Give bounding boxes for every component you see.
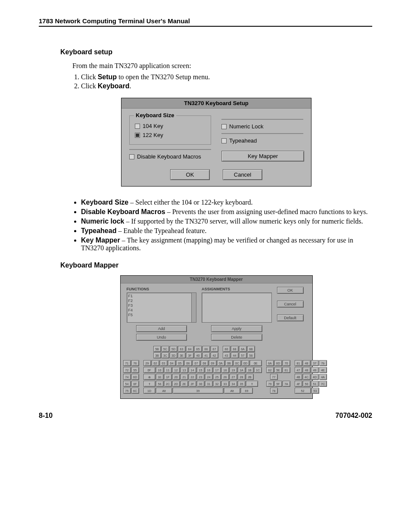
ok-button[interactable]: OK [277,287,304,294]
keyboard-key[interactable]: 23 [197,374,205,380]
keyboard-key[interactable]: 74 [123,374,131,380]
default-button[interactable]: Default [277,314,304,321]
keyboard-key[interactable]: 4C [303,374,311,380]
keyboard-key[interactable]: 7b [319,360,327,366]
keyboard-key[interactable]: Alt [156,388,172,394]
list-item[interactable]: F5 [128,313,195,317]
keyboard-key[interactable]: 5F [274,381,282,387]
keyboard-key[interactable]: 37 [311,360,319,366]
keyboard-key[interactable]: 68 [231,346,239,352]
checkbox-typeahead[interactable]: Typeahead [221,137,303,144]
keyboard-key[interactable]: 48 [303,367,311,373]
keyboard-key[interactable]: 33 [221,381,229,387]
keyboard-key[interactable]: 26 [221,374,229,380]
list-item[interactable]: F2 [128,299,195,303]
keyboard-key[interactable]: 61 [283,367,290,373]
keyboard-key[interactable]: 11 [164,367,172,373]
keyboard-key[interactable]: 72 [123,367,131,373]
keyboard-key[interactable]: 2D [172,381,180,387]
keyboard-key[interactable]: 1D [143,388,156,394]
keyboard-key[interactable]: 47 [295,367,302,373]
keyboard-key[interactable]: 2B [246,374,254,380]
keyboard-key[interactable]: 69 [241,388,253,394]
keyboard-key[interactable]: 3E [178,352,186,358]
key-mapper-button[interactable]: Key Mapper [221,151,304,162]
keyboard-key[interactable]: 58 [247,352,255,358]
keyboard-key[interactable]: 5C [162,346,169,352]
keyboard-key[interactable]: 30 [197,381,205,387]
keyboard-key[interactable]: 81 [295,360,302,366]
keyboard-key[interactable]: 5B [153,346,161,352]
keyboard-key[interactable]: 71 [123,360,131,366]
keyboard-key[interactable]: 06 [184,360,192,366]
keyboard-key[interactable]: 22 [189,374,196,380]
keyboard-key[interactable]: 4B [295,374,302,380]
keyboard-key[interactable]: 75 [123,388,131,394]
keyboard-key[interactable]: 39 [173,388,224,394]
keyboard-key[interactable]: 1E [156,374,164,380]
checkbox-numeric-lock[interactable]: Numeric Lock [221,123,303,130]
delete-button[interactable]: Delete [211,334,262,341]
keyboard-key[interactable]: 4D [311,374,319,380]
keyboard-key[interactable]: 13 [181,367,188,373]
keyboard-key[interactable]: 0C [234,360,241,366]
keyboard-key[interactable]: 3C [162,352,169,358]
keyboard-key[interactable]: 43 [223,352,230,358]
keyboard-key[interactable]: 40 [194,352,202,358]
functions-listbox[interactable]: F1 F2 F3 F4 F5 [127,292,197,323]
undo-button[interactable]: Undo [136,334,187,341]
keyboard-key[interactable]: 65 [194,346,202,352]
list-item[interactable]: F3 [128,303,195,308]
keyboard-key[interactable]: 27 [230,374,237,380]
keyboard-key[interactable]: 50 [303,381,311,387]
radio-104-key[interactable]: 104 Key [135,123,206,129]
keyboard-key[interactable]: 08 [201,360,209,366]
keyboard-key[interactable]: 20 [172,374,180,380]
keyboard-key[interactable]: 1F [164,374,172,380]
keyboard-key[interactable]: 10 [156,367,164,373]
keyboard-key[interactable]: 1A [238,367,246,373]
keyboard-key[interactable]: 25 [213,374,221,380]
keyboard-key[interactable]: 48 [303,360,311,366]
keyboard-key[interactable]: 6A [239,346,247,352]
keyboard-key[interactable]: 35 [238,381,246,387]
keyboard-key[interactable]: 0F [143,367,156,373]
keyboard-key[interactable]: 3B [153,352,161,358]
keyboard-key[interactable]: 07 [193,360,200,366]
checkbox-disable-macros[interactable]: Disable Keyboard Macros [129,153,211,160]
keyboard-key[interactable]: 62 [266,367,274,373]
keyboard-key[interactable]: 0E [250,360,262,366]
keyboard-key[interactable]: 21 [181,374,188,380]
keyboard-key[interactable]: 63 [178,346,186,352]
keyboard-key[interactable]: 02 [152,360,159,366]
keyboard-key[interactable]: ⊕ [143,374,156,380]
keyboard-key[interactable]: 6D [274,360,282,366]
keyboard-key[interactable]: 3F [186,352,194,358]
cancel-button[interactable]: Cancel [277,301,304,308]
keyboard-key[interactable]: 29 [143,360,151,366]
keyboard-key[interactable]: 77 [270,374,278,380]
list-item[interactable]: F1 [128,294,195,299]
keyboard-key[interactable]: 05 [176,360,184,366]
keyboard-key[interactable]: 57 [239,352,247,358]
keyboard-key[interactable]: 60 [223,346,230,352]
keyboard-key[interactable]: 4E [319,367,327,373]
keyboard-key[interactable]: 6F [131,381,139,387]
apply-button[interactable]: Apply [211,325,262,332]
keyboard-key[interactable]: 49 [311,367,319,373]
keyboard-key[interactable]: 2C [164,381,172,387]
keyboard-key[interactable]: 24 [205,374,213,380]
keyboard-key[interactable]: 04 [168,360,176,366]
keyboard-key[interactable]: 6B [247,346,255,352]
keyboard-key[interactable]: 34 [230,381,237,387]
keyboard-key[interactable]: 42 [211,352,218,358]
keyboard-key[interactable]: 1B [246,367,254,373]
keyboard-key[interactable]: 14 [189,367,196,373]
keyboard-key[interactable]: 54 [123,381,131,387]
keyboard-key[interactable]: 70 [283,360,290,366]
keyboard-key[interactable]: 53 [311,388,319,394]
radio-122-key[interactable]: 122 Key [135,132,206,138]
keyboard-key[interactable]: 16 [205,367,213,373]
keyboard-key[interactable]: 2F [189,381,196,387]
keyboard-key[interactable]: 5E [274,367,282,373]
